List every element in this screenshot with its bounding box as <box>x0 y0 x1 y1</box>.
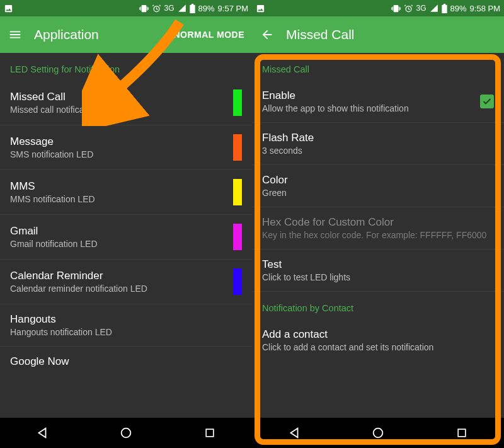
nav-recent-button[interactable] <box>201 424 219 442</box>
battery-pct: 89% <box>450 4 467 13</box>
list-item[interactable]: Calendar Reminder Calendar reminder noti… <box>0 260 252 304</box>
nav-back-button[interactable] <box>285 424 303 442</box>
vibrate-icon <box>139 4 149 13</box>
color-swatch <box>233 268 242 295</box>
checkbox-checked-icon[interactable] <box>480 95 494 108</box>
app-bar: Application NORMAL MODE <box>0 16 252 53</box>
battery-pct: 89% <box>198 4 215 13</box>
page-title: Application <box>34 27 162 42</box>
item-subtitle: MMS notification LED <box>10 194 226 204</box>
item-title: Add a contact <box>262 328 494 341</box>
list-item-enable[interactable]: Enable Allow the app to show this notifi… <box>252 81 504 123</box>
list-item-color[interactable]: Color Green <box>252 165 504 207</box>
color-swatch <box>233 89 242 116</box>
status-bar: 3G 89% 9:58 PM <box>252 0 504 16</box>
list-item[interactable]: Gmail Gmail notification LED <box>0 215 252 260</box>
settings-list: LED Setting for Notification Missed Call… <box>0 53 252 418</box>
network-label: 3G <box>164 4 175 13</box>
right-screen: 3G 89% 9:58 PM Missed Call Missed Call E… <box>252 0 504 448</box>
item-subtitle: Allow the app to show this notification <box>262 103 472 113</box>
section-header: LED Setting for Notification <box>0 53 252 81</box>
list-item-add-contact[interactable]: Add a contact Click to add a contact and… <box>252 319 504 361</box>
item-subtitle: SMS notification LED <box>10 149 226 159</box>
item-title: Calendar Reminder <box>10 270 226 282</box>
item-subtitle: Missed call notification LED <box>10 105 226 115</box>
item-title: Color <box>262 174 494 187</box>
item-subtitle: Green <box>262 188 494 198</box>
color-swatch <box>233 179 242 205</box>
network-label: 3G <box>416 4 427 13</box>
item-title: Message <box>10 135 226 148</box>
item-title: Google Now <box>10 355 242 368</box>
settings-list: Missed Call Enable Allow the app to show… <box>252 53 504 418</box>
item-title: Hex Code for Custom Color <box>262 216 494 229</box>
battery-icon <box>190 4 195 13</box>
vibrate-icon <box>391 4 401 13</box>
item-subtitle: Click to add a contact and set its notif… <box>262 342 494 352</box>
list-item-hex-code: Hex Code for Custom Color Key in the hex… <box>252 207 504 250</box>
list-item[interactable]: Missed Call Missed call notification LED <box>0 81 252 125</box>
status-bar: 3G 89% 9:57 PM <box>0 0 252 16</box>
item-title: Enable <box>262 89 472 102</box>
list-item[interactable]: Message SMS notification LED <box>0 125 252 170</box>
app-bar: Missed Call <box>252 16 504 53</box>
svg-point-4 <box>374 428 383 438</box>
item-title: Flash Rate <box>262 132 494 144</box>
image-icon <box>4 4 13 13</box>
nav-home-button[interactable] <box>117 424 135 442</box>
item-subtitle: Click to test LED lights <box>262 272 494 282</box>
battery-icon <box>442 4 447 13</box>
svg-rect-2 <box>206 429 214 437</box>
nav-bar <box>252 418 504 448</box>
nav-recent-button[interactable] <box>453 424 471 442</box>
mode-label[interactable]: NORMAL MODE <box>173 30 244 40</box>
section-header: Missed Call <box>252 53 504 81</box>
nav-bar <box>0 418 252 448</box>
nav-back-button[interactable] <box>33 424 51 442</box>
image-icon <box>256 4 265 13</box>
page-title: Missed Call <box>286 27 496 42</box>
item-title: Test <box>262 258 494 271</box>
left-screen: 3G 89% 9:57 PM Application NORMAL MODE L… <box>0 0 252 448</box>
item-subtitle: Hangouts notification LED <box>10 327 242 337</box>
item-subtitle: Key in the hex color code. For example: … <box>262 230 494 240</box>
list-item[interactable]: MMS MMS notification LED <box>0 170 252 215</box>
list-item[interactable]: Hangouts Hangouts notification LED <box>0 304 252 347</box>
list-item[interactable]: Google Now <box>0 347 252 377</box>
section-header: Notification by Contact <box>252 292 504 319</box>
item-title: Hangouts <box>10 313 242 326</box>
list-item-test[interactable]: Test Click to test LED lights <box>252 250 504 292</box>
clock-text: 9:57 PM <box>218 4 248 13</box>
alarm-icon <box>152 4 161 13</box>
svg-point-1 <box>122 428 131 438</box>
alarm-icon <box>404 4 413 13</box>
item-subtitle: Gmail notification LED <box>10 239 226 249</box>
svg-rect-5 <box>458 429 466 437</box>
color-swatch <box>233 224 242 250</box>
signal-icon <box>178 4 186 13</box>
item-subtitle: Calendar reminder notification LED <box>10 284 226 294</box>
item-subtitle: 3 seconds <box>262 146 494 156</box>
item-title: Gmail <box>10 225 226 238</box>
clock-text: 9:58 PM <box>470 4 500 13</box>
item-title: MMS <box>10 180 226 193</box>
item-title: Missed Call <box>10 91 226 103</box>
color-swatch <box>233 134 242 161</box>
nav-home-button[interactable] <box>369 424 387 442</box>
menu-icon[interactable] <box>8 27 23 42</box>
back-icon[interactable] <box>260 27 275 42</box>
list-item-flash-rate[interactable]: Flash Rate 3 seconds <box>252 123 504 165</box>
signal-icon <box>430 4 438 13</box>
